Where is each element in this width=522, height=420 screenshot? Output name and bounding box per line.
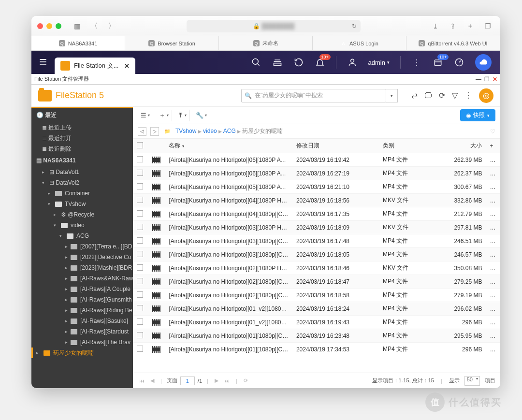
- prev-page-icon[interactable]: ◀: [149, 377, 156, 384]
- maximize-icon[interactable]: [56, 23, 61, 29]
- row-checkbox[interactable]: [137, 210, 143, 217]
- tools-button[interactable]: 🔧 ▾: [193, 110, 210, 121]
- admin-dropdown[interactable]: admin ▾: [368, 59, 390, 66]
- sidebar-item-recent-upload[interactable]: ≣ 最近上传: [31, 122, 133, 133]
- close-icon[interactable]: [37, 23, 43, 29]
- sidebar-item-video[interactable]: ▾ video: [31, 220, 133, 231]
- col-date[interactable]: 修改日期: [292, 139, 379, 153]
- row-more[interactable]: …: [486, 261, 500, 275]
- row-checkbox[interactable]: [137, 224, 143, 230]
- table-row[interactable]: [Airota][Kusuriya no Hitorigoto][01][108…: [133, 329, 500, 343]
- table-row[interactable]: [Airota][Kusuriya no Hitorigoto][01_v2][…: [133, 316, 500, 329]
- table-row[interactable]: [Airota][Kusuriya no Hitorigoto][03][108…: [133, 221, 500, 234]
- sidebar-item-folder[interactable]: ▸ [AI-Raws][Gunsmith: [31, 294, 133, 305]
- sidebar-item-recent-delete[interactable]: ≣ 最近删除: [31, 144, 133, 154]
- row-checkbox[interactable]: [137, 170, 143, 176]
- dashboard-icon[interactable]: [454, 57, 464, 68]
- sidebar-item-tvshow[interactable]: ▾ TVshow: [31, 199, 133, 209]
- row-more[interactable]: …: [486, 289, 500, 302]
- sidebar-item-datavol1[interactable]: ▸ ⊟ DataVol1: [31, 167, 133, 177]
- refresh-icon[interactable]: ⟳: [439, 91, 445, 100]
- row-more[interactable]: …: [486, 221, 500, 234]
- col-size[interactable]: 大小: [435, 139, 486, 153]
- app-tab[interactable]: File Station 文... ✕: [55, 58, 135, 74]
- table-row[interactable]: [Airota][Kusuriya no Hitorigoto][02][108…: [133, 289, 500, 302]
- maximize-icon[interactable]: ❐: [484, 76, 490, 83]
- row-checkbox[interactable]: [137, 346, 143, 352]
- row-checkbox[interactable]: [137, 251, 143, 257]
- browser-tab[interactable]: QBrowser Station: [125, 36, 219, 50]
- new-tab-icon[interactable]: ＋: [464, 20, 477, 32]
- row-more[interactable]: …: [486, 329, 500, 343]
- view-mode-button[interactable]: ☰ ▾: [138, 110, 153, 121]
- select-all-checkbox[interactable]: [137, 142, 143, 148]
- sidebar-item-folder[interactable]: ▸ [2007][Terra e...][BD: [31, 241, 133, 252]
- sidebar-host[interactable]: ▤ NAS6A3341: [31, 154, 133, 167]
- close-icon[interactable]: ✕: [124, 62, 130, 70]
- table-row[interactable]: [Airota][Kusuriya no Hitorigoto][01][108…: [133, 343, 500, 356]
- snapshot-button[interactable]: ◉ 快照: [460, 109, 495, 121]
- search-dropdown[interactable]: ▾: [386, 89, 398, 102]
- table-row[interactable]: [Airota][Kusuriya no Hitorigoto][01_v2][…: [133, 302, 500, 316]
- traffic-lights[interactable]: [37, 23, 61, 29]
- row-more[interactable]: …: [486, 316, 500, 329]
- upload-button[interactable]: ⤒ ▾: [175, 110, 190, 121]
- minimize-icon[interactable]: —: [476, 76, 481, 83]
- sidebar-item-container[interactable]: ▸ Container: [31, 188, 133, 199]
- col-name[interactable]: 名称 ▾: [165, 139, 292, 153]
- more-icon[interactable]: ⋮: [411, 57, 422, 68]
- next-page-icon[interactable]: ▶: [213, 377, 220, 384]
- row-checkbox[interactable]: [137, 291, 143, 298]
- menu-icon[interactable]: ☰: [31, 57, 55, 68]
- row-checkbox[interactable]: [137, 305, 143, 311]
- sidebar-item-folder[interactable]: ▸ [2022][Detective Co: [31, 252, 133, 262]
- table-row[interactable]: [Airota][Kusuriya no Hitorigoto][06][108…: [133, 167, 500, 180]
- sidebar-item-active[interactable]: ▸ 药屋少女的呢喃: [31, 348, 133, 358]
- page-input[interactable]: [180, 377, 195, 385]
- row-more[interactable]: …: [486, 207, 500, 221]
- row-more[interactable]: …: [486, 180, 500, 194]
- bell-icon[interactable]: 10+: [315, 57, 325, 68]
- table-row[interactable]: [Airota][Kusuriya no Hitorigoto][04][108…: [133, 194, 500, 207]
- filter-icon[interactable]: ▽: [452, 91, 458, 100]
- row-checkbox[interactable]: [137, 264, 143, 271]
- breadcrumb-part[interactable]: video: [203, 128, 217, 134]
- sidebar-item-folder[interactable]: ▸ [AI-Raws][Riding Be: [31, 305, 133, 316]
- minimize-icon[interactable]: [46, 23, 52, 29]
- row-checkbox[interactable]: [137, 278, 143, 284]
- network-icon[interactable]: 🖵: [424, 91, 432, 100]
- nav-up-icon[interactable]: 📁: [163, 127, 172, 136]
- col-config[interactable]: +: [486, 139, 500, 153]
- sidebar-item-recent-open[interactable]: ≣ 最近打开: [31, 133, 133, 144]
- row-more[interactable]: …: [486, 343, 500, 356]
- browser-tab[interactable]: QNAS6A3341: [31, 36, 125, 50]
- sidebar-item-folder[interactable]: ▸ [AI-Raws][Stardust: [31, 326, 133, 337]
- row-more[interactable]: …: [486, 248, 500, 261]
- forward-icon[interactable]: 〉: [105, 20, 118, 32]
- reload-icon[interactable]: ⟳: [242, 377, 249, 384]
- sidebar-section-recent[interactable]: 🕘 最近: [31, 108, 133, 122]
- breadcrumb-part[interactable]: ACG: [223, 128, 236, 134]
- cloud-icon[interactable]: [475, 54, 492, 71]
- row-more[interactable]: …: [486, 302, 500, 316]
- download-icon[interactable]: ⤓: [429, 20, 442, 32]
- table-row[interactable]: [Airota][Kusuriya no Hitorigoto][03][108…: [133, 248, 500, 261]
- row-more[interactable]: …: [486, 167, 500, 180]
- row-checkbox[interactable]: [137, 332, 143, 338]
- browser-tab[interactable]: QqBittorrent v4.6.3 Web UI: [406, 36, 500, 50]
- last-page-icon[interactable]: ⏭: [223, 378, 231, 384]
- sidebar-toggle-icon[interactable]: ▥: [70, 20, 84, 32]
- first-page-icon[interactable]: ⏮: [138, 378, 146, 384]
- sidebar-item-folder[interactable]: ▸ [AI-Raws][Sasuke]: [31, 316, 133, 326]
- refresh-icon[interactable]: [293, 57, 304, 68]
- nav-forward-icon[interactable]: ▷: [150, 127, 159, 136]
- row-checkbox[interactable]: [137, 183, 143, 189]
- search-input[interactable]: 🔍 在"药屋少女的呢喃"中搜索: [241, 89, 386, 102]
- table-row[interactable]: [Airota][Kusuriya no Hitorigoto][02][108…: [133, 275, 500, 289]
- close-icon[interactable]: ✕: [493, 76, 497, 83]
- tasks-icon[interactable]: 10+: [433, 57, 443, 68]
- tabs-overview-icon[interactable]: ❐: [481, 20, 494, 32]
- control-panel-icon[interactable]: [272, 57, 283, 68]
- row-checkbox[interactable]: [137, 319, 143, 325]
- sidebar-item-recycle[interactable]: ▸ ⚙ @Recycle: [31, 209, 133, 220]
